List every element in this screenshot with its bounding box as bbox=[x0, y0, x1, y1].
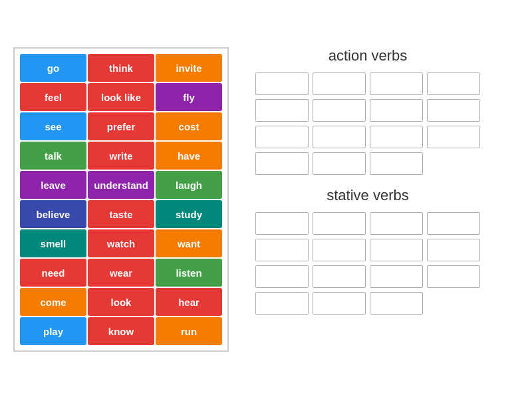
stative-drop-cell[interactable] bbox=[313, 265, 366, 288]
word-cell-invite[interactable]: invite bbox=[156, 54, 222, 82]
stative-verbs-row3 bbox=[255, 265, 480, 288]
stative-drop-cell[interactable] bbox=[370, 292, 423, 315]
action-drop-cell[interactable] bbox=[255, 99, 309, 122]
word-cell-prefer[interactable]: prefer bbox=[88, 112, 154, 140]
word-cell-come[interactable]: come bbox=[20, 288, 86, 316]
stative-drop-cell[interactable] bbox=[427, 239, 480, 261]
word-cell-run[interactable]: run bbox=[156, 317, 222, 345]
stative-drop-cell[interactable] bbox=[370, 239, 423, 261]
word-cell-study[interactable]: study bbox=[156, 200, 222, 228]
action-drop-cell[interactable] bbox=[313, 72, 366, 95]
word-cell-feel[interactable]: feel bbox=[20, 83, 86, 111]
action-verbs-row2 bbox=[255, 99, 480, 122]
right-panel: action verbs bbox=[255, 47, 480, 315]
action-drop-cell[interactable] bbox=[427, 99, 480, 122]
word-cell-laugh[interactable]: laugh bbox=[156, 171, 222, 199]
word-cell-know[interactable]: know bbox=[88, 317, 154, 345]
stative-drop-cell[interactable] bbox=[313, 292, 366, 315]
word-cell-watch[interactable]: watch bbox=[88, 229, 154, 257]
word-cell-listen[interactable]: listen bbox=[156, 259, 222, 287]
stative-verbs-title: stative verbs bbox=[255, 187, 480, 204]
stative-drop-cell[interactable] bbox=[370, 265, 423, 288]
word-cell-fly[interactable]: fly bbox=[156, 83, 222, 111]
stative-drop-cell[interactable] bbox=[313, 239, 366, 261]
word-cell-taste[interactable]: taste bbox=[88, 200, 154, 228]
action-verbs-row3 bbox=[255, 126, 480, 148]
word-cell-see[interactable]: see bbox=[20, 112, 86, 140]
stative-drop-cell[interactable] bbox=[255, 239, 309, 261]
action-verbs-title: action verbs bbox=[255, 47, 480, 65]
stative-verbs-row1 bbox=[255, 212, 480, 235]
stative-drop-cell[interactable] bbox=[427, 212, 480, 235]
stative-drop-cell[interactable] bbox=[255, 292, 309, 315]
stative-drop-cell[interactable] bbox=[255, 212, 309, 235]
action-drop-cell[interactable] bbox=[255, 152, 309, 175]
main-container: gothinkinvitefeellook likeflyseepreferco… bbox=[0, 34, 532, 365]
stative-verbs-section: stative verbs bbox=[255, 187, 480, 315]
word-cell-talk[interactable]: talk bbox=[20, 142, 86, 170]
stative-drop-cell[interactable] bbox=[370, 212, 423, 235]
word-cell-hear[interactable]: hear bbox=[156, 288, 222, 316]
word-grid: gothinkinvitefeellook likeflyseepreferco… bbox=[13, 47, 229, 352]
action-drop-cell[interactable] bbox=[370, 152, 423, 175]
action-verbs-section: action verbs bbox=[255, 47, 480, 175]
stative-drop-cell[interactable] bbox=[427, 265, 480, 288]
word-cell-play[interactable]: play bbox=[20, 317, 86, 345]
action-drop-cell[interactable] bbox=[313, 126, 366, 148]
stative-verbs-row4 bbox=[255, 292, 480, 315]
stative-verbs-row2 bbox=[255, 239, 480, 261]
word-cell-have[interactable]: have bbox=[156, 142, 222, 170]
stative-drop-cell[interactable] bbox=[313, 212, 366, 235]
word-cell-wear[interactable]: wear bbox=[88, 259, 154, 287]
action-drop-cell[interactable] bbox=[370, 126, 423, 148]
action-drop-cell[interactable] bbox=[313, 152, 366, 175]
action-verbs-row4 bbox=[255, 152, 480, 175]
word-cell-cost[interactable]: cost bbox=[156, 112, 222, 140]
word-cell-think[interactable]: think bbox=[88, 54, 154, 82]
word-cell-leave[interactable]: leave bbox=[20, 171, 86, 199]
action-drop-cell[interactable] bbox=[427, 126, 480, 148]
word-cell-believe[interactable]: believe bbox=[20, 200, 86, 228]
action-drop-cell[interactable] bbox=[255, 72, 309, 95]
stative-drop-cell[interactable] bbox=[255, 265, 309, 288]
word-cell-want[interactable]: want bbox=[156, 229, 222, 257]
action-drop-cell[interactable] bbox=[370, 99, 423, 122]
action-drop-cell[interactable] bbox=[427, 72, 480, 95]
word-cell-need[interactable]: need bbox=[20, 259, 86, 287]
word-cell-understand[interactable]: understand bbox=[88, 171, 154, 199]
word-cell-write[interactable]: write bbox=[88, 142, 154, 170]
action-drop-cell[interactable] bbox=[255, 126, 309, 148]
action-drop-cell[interactable] bbox=[370, 72, 423, 95]
word-cell-smell[interactable]: smell bbox=[20, 229, 86, 257]
word-cell-go[interactable]: go bbox=[20, 54, 86, 82]
action-drop-cell[interactable] bbox=[313, 99, 366, 122]
word-cell-look-like[interactable]: look like bbox=[88, 83, 154, 111]
action-verbs-row1 bbox=[255, 72, 480, 95]
word-cell-look[interactable]: look bbox=[88, 288, 154, 316]
